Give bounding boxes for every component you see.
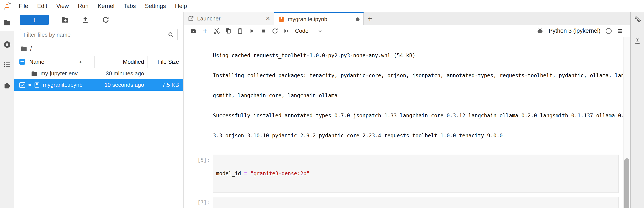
extension-manager-icon[interactable] <box>3 82 11 89</box>
copy-cells-button[interactable] <box>222 26 234 36</box>
code-cell-5: [5]: model_id = "granite3-dense:2b" <box>184 155 621 193</box>
notebook-scrollbar[interactable] <box>623 37 630 208</box>
folder-icon <box>31 70 38 77</box>
menu-bar: File Edit View Run Kernel Tabs Settings … <box>0 0 644 12</box>
run-cell-button[interactable] <box>246 26 258 36</box>
file-modified: 30 minutes ago <box>94 70 144 77</box>
code-cell-input[interactable]: from langchain_ollama.llms import Ollama… <box>213 197 618 208</box>
kernel-status-indicator <box>606 28 612 34</box>
jupyterlab-window: File Edit View Run Kernel Tabs Settings … <box>0 0 644 208</box>
cut-cells-button[interactable] <box>211 26 222 36</box>
menu-file[interactable]: File <box>14 3 33 9</box>
scrollbar-thumb[interactable] <box>624 158 629 208</box>
notebook-icon <box>34 82 40 88</box>
cell-type-dropdown[interactable]: Code <box>295 27 308 34</box>
select-all-checkbox[interactable] <box>20 59 25 65</box>
pip-install-output-text: Using cached requests_toolbelt-1.0.0-py2… <box>213 38 624 153</box>
tab-mygranite-ipynb[interactable]: mygranite.ipynb <box>274 12 364 25</box>
file-size: 7.5 KB <box>148 82 180 88</box>
column-header-modified[interactable]: Modified <box>94 56 144 68</box>
new-folder-button[interactable] <box>61 16 69 24</box>
unsaved-changes-dot <box>28 84 31 86</box>
sort-ascending-icon: ▲ <box>79 60 82 64</box>
refresh-button[interactable] <box>102 16 110 24</box>
main-dock-panel: Launcher ✕ mygranite.ipynb + + <box>184 12 630 208</box>
file-row-my-jupyter-env[interactable]: my-jupyter-env 30 minutes ago <box>14 68 183 79</box>
menu-view[interactable]: View <box>52 3 73 9</box>
table-of-contents-icon[interactable] <box>3 61 11 69</box>
restart-and-run-all-button[interactable] <box>281 26 292 36</box>
file-name: mygranite.ipynb <box>43 82 82 88</box>
breadcrumb-root[interactable]: / <box>30 45 32 52</box>
tab-label: mygranite.ipynb <box>288 16 328 23</box>
new-launcher-button[interactable]: + <box>20 15 49 25</box>
file-name: my-jupyter-env <box>40 70 78 77</box>
tab-launcher[interactable]: Launcher ✕ <box>184 12 274 25</box>
insert-cell-button[interactable]: + <box>199 26 211 36</box>
chevron-down-icon[interactable] <box>317 28 323 34</box>
row-checkbox-checked[interactable] <box>20 82 25 88</box>
debugger-icon[interactable] <box>536 27 544 34</box>
notebook-file-icon <box>278 16 285 22</box>
notebook-toolbar: + Code <box>184 25 630 37</box>
menu-help[interactable]: Help <box>170 3 192 9</box>
pip-install-output-cell: Using cached requests_toolbelt-1.0.0-py2… <box>184 38 621 153</box>
menu-edit[interactable]: Edit <box>33 3 52 9</box>
search-icon <box>168 31 174 38</box>
notebook-content: Using cached requests_toolbelt-1.0.0-py2… <box>184 37 630 208</box>
interrupt-kernel-button[interactable] <box>258 26 269 36</box>
save-button[interactable] <box>188 26 199 36</box>
running-kernels-icon[interactable] <box>3 41 11 48</box>
breadcrumb-home-folder-icon[interactable] <box>21 45 27 52</box>
menu-kernel[interactable]: Kernel <box>93 3 119 9</box>
code-cell-input[interactable]: model_id = "granite3-dense:2b" <box>213 155 618 193</box>
file-browser-toolbar: + <box>14 12 183 27</box>
tab-label: Launcher <box>197 15 220 22</box>
file-browser-panel: + / Name ▲ <box>14 12 184 208</box>
execution-count: [5]: <box>197 157 210 163</box>
debugger-sidebar-icon[interactable] <box>634 38 642 45</box>
menu-tabs[interactable]: Tabs <box>119 3 140 9</box>
menu-settings[interactable]: Settings <box>140 3 170 9</box>
unsaved-changes-dot <box>356 17 360 21</box>
menu-run[interactable]: Run <box>73 3 93 9</box>
launcher-icon <box>188 15 194 22</box>
jupyter-logo-icon <box>0 2 14 10</box>
filter-files-input[interactable] <box>24 31 168 38</box>
tab-bar: Launcher ✕ mygranite.ipynb + <box>184 12 630 25</box>
column-header-name[interactable]: Name ▲ <box>29 59 94 65</box>
upload-button[interactable] <box>82 16 89 24</box>
restart-kernel-button[interactable] <box>269 26 281 36</box>
file-list-header: Name ▲ Modified File Size <box>14 56 183 68</box>
left-activity-bar <box>0 12 14 208</box>
property-inspector-icon[interactable] <box>634 16 642 23</box>
file-row-mygranite-ipynb[interactable]: mygranite.ipynb 10 seconds ago 7.5 KB <box>14 79 183 91</box>
paste-cells-button[interactable] <box>234 26 246 36</box>
right-activity-bar <box>630 12 644 208</box>
new-tab-button[interactable]: + <box>364 12 376 25</box>
kernel-menu-icon[interactable] <box>617 28 623 34</box>
execution-count: [7]: <box>197 200 210 206</box>
kernel-name[interactable]: Python 3 (ipykernel) <box>549 27 600 34</box>
file-browser-icon[interactable] <box>3 19 11 26</box>
close-tab-icon[interactable]: ✕ <box>266 15 270 22</box>
file-modified: 10 seconds ago <box>94 82 144 88</box>
column-header-size[interactable]: File Size <box>148 56 180 68</box>
breadcrumb: / <box>21 44 183 53</box>
filter-files-box <box>20 29 178 40</box>
code-cell-7: [7]: from langchain_ollama.llms import O… <box>184 197 621 208</box>
